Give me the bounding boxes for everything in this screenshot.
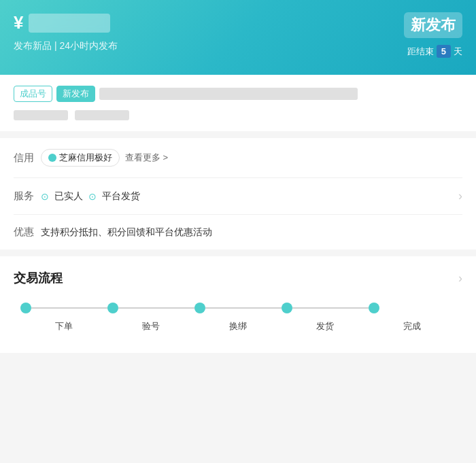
product-sub-blur-2 (75, 110, 129, 120)
check-icon-2: ⊙ (88, 191, 97, 202)
header-right: 新发布 距结束 5 天 (404, 12, 462, 58)
discount-content: 支持积分抵扣、积分回馈和平台优惠活动 (41, 226, 462, 239)
step-label-4: 完成 (403, 320, 421, 332)
countdown-unit: 天 (454, 46, 462, 58)
step-item-2: 换绑 (194, 303, 282, 332)
step-dot-0 (20, 303, 31, 313)
countdown-days: 5 (437, 45, 451, 58)
step-item-0: 下单 (20, 303, 107, 332)
credit-label: 信用 (14, 152, 41, 165)
credit-content: 芝麻信用极好 查看更多 > (41, 149, 462, 167)
price-row: ¥ (14, 12, 118, 33)
credit-badge[interactable]: 芝麻信用极好 (41, 149, 120, 167)
countdown-row: 距结束 5 天 (407, 45, 462, 58)
price-blur (29, 14, 110, 33)
step-dot-1 (107, 303, 118, 313)
step-dot-4 (369, 303, 379, 313)
tags-row: 成品号 新发布 (14, 86, 462, 102)
header-left: ¥ 发布新品 | 24小时内发布 (14, 12, 118, 52)
step-item-1: 验号 (107, 303, 194, 332)
header-subtitle: 发布新品 | 24小时内发布 (14, 40, 118, 52)
discount-text: 支持积分抵扣、积分回馈和平台优惠活动 (41, 226, 212, 239)
service-content: ⊙ 已实人 ⊙ 平台发货 (41, 190, 453, 203)
tag-new-release[interactable]: 新发布 (56, 86, 95, 102)
step-item-3: 发货 (282, 303, 369, 332)
tag-chenpin[interactable]: 成品号 (14, 86, 52, 102)
step-line-2 (205, 307, 282, 309)
currency-symbol: ¥ (14, 12, 23, 33)
process-section: 交易流程 › 下单验号换绑发货完成 (0, 256, 476, 353)
countdown-label: 距结束 (407, 46, 434, 58)
process-header: 交易流程 › (14, 270, 462, 286)
step-item-4: 完成 (369, 303, 456, 332)
new-release-badge: 新发布 (404, 12, 462, 38)
steps-container: 下单验号换绑发货完成 (14, 303, 462, 332)
process-title: 交易流程 (14, 270, 63, 286)
step-label-1: 验号 (142, 320, 160, 332)
step-dot-row-1 (107, 303, 194, 313)
step-dot-row-0 (20, 303, 107, 313)
step-dot-2 (194, 303, 205, 313)
step-dot-row-4 (369, 303, 456, 313)
step-label-3: 发货 (316, 320, 334, 332)
new-release-text: 新发布 (411, 16, 456, 33)
view-more-link[interactable]: 查看更多 > (125, 152, 168, 164)
details-section: 信用 芝麻信用极好 查看更多 > 服务 ⊙ 已实人 ⊙ 平台发货 › 优惠 支持… (0, 138, 476, 250)
step-dot-3 (282, 303, 292, 313)
step-line-0 (31, 307, 107, 309)
step-line-1 (118, 307, 194, 309)
service-row[interactable]: 服务 ⊙ 已实人 ⊙ 平台发货 › (14, 178, 462, 215)
product-title-blur (99, 88, 358, 100)
step-dot-row-3 (282, 303, 369, 313)
step-dot-row-2 (194, 303, 282, 313)
service-label: 服务 (14, 190, 41, 203)
discount-label: 优惠 (14, 226, 41, 239)
sesame-dot-icon (48, 154, 56, 162)
credit-row: 信用 芝麻信用极好 查看更多 > (14, 138, 462, 178)
check-icon-1: ⊙ (41, 191, 49, 202)
product-sub-blur-1 (14, 110, 68, 120)
sesame-label: 芝麻信用极好 (59, 152, 112, 164)
product-section: 成品号 新发布 (0, 75, 476, 131)
header-banner: ¥ 发布新品 | 24小时内发布 新发布 距结束 5 天 (0, 0, 476, 75)
step-label-0: 下单 (55, 320, 73, 332)
service-item2: 平台发货 (102, 190, 140, 203)
step-label-2: 换绑 (229, 320, 247, 332)
product-sub-row (14, 110, 462, 120)
process-chevron-icon[interactable]: › (458, 271, 462, 286)
step-line-3 (292, 307, 369, 309)
discount-row: 优惠 支持积分抵扣、积分回馈和平台优惠活动 (14, 215, 462, 250)
service-chevron-icon: › (458, 189, 462, 203)
service-item1: 已实人 (54, 190, 83, 203)
